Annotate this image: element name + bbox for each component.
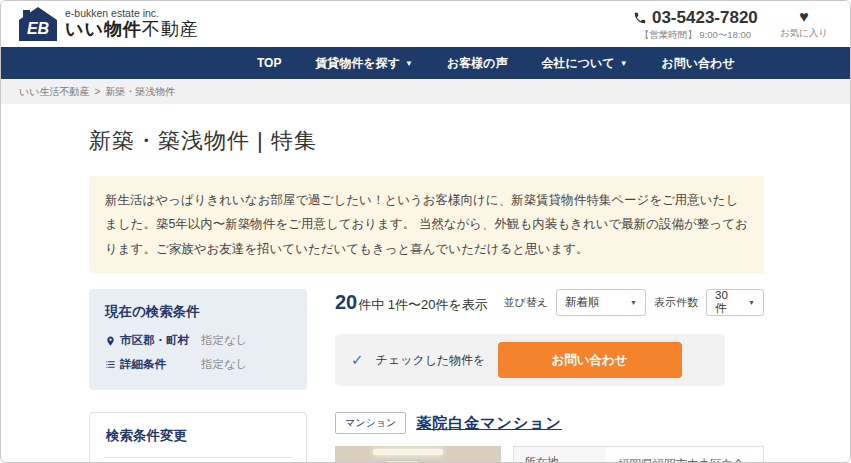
nav-item-about-company[interactable]: 会社について▼ [542,55,628,72]
display-count-label: 表示件数 [654,295,698,310]
nav-item-top[interactable]: TOP [257,55,281,72]
map-pin-icon [105,335,116,347]
results-main: 20件中 1件〜20件を表示 並び替え 新着順▼ 表示件数 30件▼ ✓ チェッ… [335,289,764,463]
property-type-badge: マンション [335,412,406,434]
chevron-down-icon: ▼ [748,299,755,306]
sort-label: 並び替え [503,295,548,310]
logo-title: いい物件不動産 [65,19,199,40]
chevron-down-icon: ▼ [630,299,637,306]
nav-item-contact[interactable]: お問い合わせ [662,55,735,72]
heart-icon: ♥ [780,9,828,25]
display-count-select[interactable]: 30件▼ [706,289,764,316]
chevron-down-icon: ▼ [405,60,413,68]
results-count: 20件中 1件〜20件を表示 [335,291,488,314]
property-title-link[interactable]: 薬院白金マンション [416,414,562,433]
property-listing: マンション 薬院白金マンション [335,412,764,463]
checked-properties-text: チェックした物件を [376,352,486,369]
condition-row-detail: 詳細条件 指定なし [105,357,291,372]
condition-value: 指定なし [201,333,248,348]
page-title: 新築・築浅物件 | 特集 [89,126,764,156]
table-row-location: 所在地 福岡県福岡市中央区白金２丁目 [514,447,763,463]
favorites-button[interactable]: ♥ お気に入り [780,9,828,40]
change-conditions-title: 検索条件変更 [106,427,290,445]
chevron-down-icon: ▼ [620,60,628,68]
feature-notice-box: 新生活はやっぱりきれいなお部屋で過ごしたい！というお客様向けに、新築賃貸物件特集… [89,176,764,273]
list-icon [105,359,116,370]
phone-icon [633,11,647,25]
current-conditions-title: 現在の検索条件 [105,303,291,321]
check-icon: ✓ [351,351,364,369]
property-details-table: 所在地 福岡県福岡市中央区白金２丁目 交通 福岡地下鉄七隈線 渡辺通 徒歩13分… [513,446,764,463]
breadcrumb: いい生活不動産 > 新築・築浅物件 [1,79,850,104]
favorites-label: お気に入り [780,27,828,40]
change-search-conditions-box: 検索条件変更 エリア 指定なし 変更 [89,412,307,463]
page: { "header": { "logo_sub": "e-bukken esta… [0,0,851,463]
condition-value: 指定なし [201,357,248,372]
breadcrumb-home-link[interactable]: いい生活不動産 [19,85,89,99]
nav-item-customer-voices[interactable]: お客様の声 [447,55,508,72]
main-nav: TOP 賃貸物件を探す▼ お客様の声 会社について▼ お問い合わせ [1,47,850,79]
sidebar: 現在の検索条件 市区郡・町村 指定なし 詳細条件 指定なし [89,289,307,463]
inquiry-button[interactable]: お問い合わせ [498,342,682,378]
house-logo-icon: EB [19,7,57,41]
site-logo[interactable]: EB e-bukken estate inc. いい物件不動産 [19,7,199,41]
current-search-conditions-box: 現在の検索条件 市区郡・町村 指定なし 詳細条件 指定なし [89,289,307,390]
business-hours: 【営業時間】 9:00〜18:00 [633,29,758,41]
phone-block: 03-5423-7820 【営業時間】 9:00〜18:00 [633,7,758,41]
property-photo[interactable] [335,446,501,463]
checked-properties-bar: ✓ チェックした物件を お問い合わせ [335,334,725,386]
condition-row-city: 市区郡・町村 指定なし [105,333,291,348]
sort-select[interactable]: 新着順▼ [556,289,646,316]
logo-subtitle: e-bukken estate inc. [65,7,199,19]
phone-number[interactable]: 03-5423-7820 [652,7,758,28]
header: EB e-bukken estate inc. いい物件不動産 03-5423-… [1,1,850,47]
breadcrumb-current: 新築・築浅物件 [105,85,175,99]
nav-item-search-rentals[interactable]: 賃貸物件を探す▼ [315,55,412,72]
breadcrumb-separator: > [94,86,100,97]
